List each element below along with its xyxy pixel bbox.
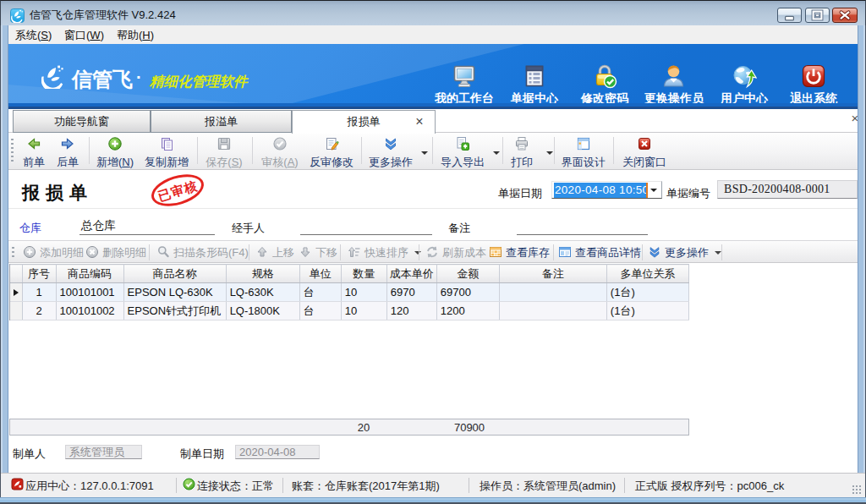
cell[interactable]: 10 [341, 283, 386, 302]
column-header-多单位关系[interactable]: 多单位关系 [606, 265, 688, 283]
menu-bar: 系统(S)窗口(W)帮助(H) [1, 25, 865, 44]
exit-system-icon [801, 63, 826, 89]
remark-label: 备注 [448, 221, 470, 236]
column-header-单位[interactable]: 单位 [299, 265, 341, 283]
maximize-button[interactable] [805, 8, 830, 23]
cell[interactable]: 1 [22, 283, 56, 302]
detail-more-actions[interactable]: 更多操作 [648, 242, 721, 262]
toolbar-grip[interactable] [11, 138, 14, 164]
toolbar-print[interactable]: 打印 [500, 135, 544, 167]
column-header-商品名称[interactable]: 商品名称 [123, 265, 226, 283]
toolbar-next-doc[interactable]: 后单 [55, 135, 80, 167]
cell[interactable]: EPSON针式打印机 [123, 302, 226, 320]
cell[interactable] [499, 302, 606, 320]
detail-toolbar-label: 上移 [272, 246, 294, 259]
dropdown-arrow-icon[interactable] [493, 151, 500, 155]
toolbar-label: 界面设计 [556, 155, 611, 170]
column-header-序号[interactable]: 序号 [22, 265, 56, 283]
cell[interactable]: LQ-1800K [226, 302, 299, 320]
banner-action-label: 单据中心 [499, 92, 570, 104]
toolbar-copy-new[interactable]: 复制新增 [139, 135, 195, 167]
document-title: 报损单 [22, 181, 93, 205]
toolbar-close-window[interactable]: 关闭窗口 [617, 135, 672, 167]
row-selector[interactable] [10, 302, 22, 320]
table-row[interactable]: 1100101001EPSON LQ-630KLQ-630K台106970697… [10, 283, 689, 302]
handler-underline [300, 234, 432, 235]
banner-action-workstation[interactable]: 我的工作台 [429, 63, 500, 107]
detail-move-up[interactable]: 上移 [255, 242, 294, 262]
resize-grip[interactable] [852, 485, 862, 495]
cell[interactable]: 台 [299, 283, 341, 302]
cell[interactable] [499, 283, 606, 302]
move-up-icon [255, 245, 269, 259]
column-header-金额[interactable]: 金额 [436, 265, 499, 283]
cell[interactable]: 100101002 [56, 302, 123, 320]
tab-报溢单[interactable]: 报溢单 [151, 110, 292, 133]
cell[interactable]: 69700 [436, 283, 499, 302]
warehouse-label: 仓库 [19, 221, 41, 236]
more-actions-icon [648, 245, 661, 259]
add-detail-icon [23, 245, 36, 259]
cell[interactable]: 2 [22, 302, 56, 320]
dropdown-arrow-icon[interactable] [715, 251, 721, 255]
detail-move-down[interactable]: 下移 [299, 242, 337, 262]
text-caret [646, 183, 648, 198]
print-icon [514, 136, 529, 151]
minimize-button[interactable] [777, 8, 802, 23]
table-row[interactable]: 2100101002EPSON针式打印机LQ-1800K台101201200(1… [10, 302, 689, 320]
menu-item-0[interactable]: 系统(S) [8, 25, 59, 44]
tab-报损单[interactable]: 报损单× [292, 110, 436, 134]
column-header-备注[interactable]: 备注 [499, 265, 606, 283]
banner-action-document-center[interactable]: 单据中心 [499, 63, 570, 107]
column-header-数量[interactable]: 数量 [341, 265, 386, 283]
dropdown-arrow-icon[interactable] [546, 151, 553, 155]
warehouse-value[interactable]: 总仓库 [81, 218, 116, 233]
toolbar-ui-design[interactable]: 界面设计 [556, 135, 611, 167]
toolbar-more-actions[interactable]: 更多操作 [363, 135, 419, 167]
detail-quick-sort[interactable]: 快速排序 [348, 242, 421, 262]
close-button[interactable] [832, 8, 858, 23]
toolbar-import-export[interactable]: 导入导出 [435, 135, 491, 167]
cell[interactable]: EPSON LQ-630K [123, 283, 226, 302]
detail-add-detail[interactable]: 添加明细 [23, 242, 84, 262]
cell[interactable]: (1台) [606, 302, 688, 320]
cell[interactable]: LQ-630K [226, 283, 299, 302]
doc-date-combo[interactable]: 2020-04-08 10:50 [551, 181, 662, 199]
detail-view-product[interactable]: 查看商品详情 [558, 242, 641, 262]
cell[interactable]: (1台) [606, 283, 688, 302]
doc-date-dropdown-icon[interactable] [648, 183, 660, 198]
column-header-商品编码[interactable]: 商品编码 [56, 265, 123, 283]
column-header-成本单价[interactable]: 成本单价 [386, 265, 436, 283]
cell[interactable]: 6970 [386, 283, 436, 302]
brand-logo-icon [41, 64, 64, 89]
dropdown-arrow-icon[interactable] [421, 151, 428, 155]
menu-item-1[interactable]: 窗口(W) [57, 25, 112, 44]
window-frame-right [858, 25, 866, 497]
cell[interactable]: 台 [299, 302, 341, 320]
detail-delete-detail[interactable]: 删除明细 [85, 242, 146, 262]
toolbar-prev-doc[interactable]: 前单 [21, 135, 47, 167]
banner: 信管飞 · 精细化管理软件 我的工作台单据中心修改密码更换操作员用户中心退出系统 [8, 44, 858, 107]
refresh-cost-icon [425, 245, 439, 259]
detail-refresh-cost[interactable]: 刷新成本 [425, 242, 486, 262]
banner-action-change-password[interactable]: 修改密码 [569, 63, 640, 107]
row-selector[interactable] [10, 283, 22, 302]
banner-action-exit-system[interactable]: 退出系统 [778, 63, 849, 107]
tab-功能导航窗[interactable]: 功能导航窗 [13, 110, 151, 133]
toolbar-unaudit[interactable]: 反审修改 [304, 135, 359, 167]
toolbar-label: 打印 [500, 155, 544, 170]
detail-view-stock[interactable]: 查看库存 [489, 242, 550, 262]
dropdown-arrow-icon[interactable] [414, 251, 421, 255]
tab-close-icon[interactable]: × [413, 115, 426, 129]
menu-item-2[interactable]: 帮助(H) [109, 25, 162, 44]
detail-barcode-scan[interactable]: 扫描条形码(F4) [156, 242, 249, 262]
cell[interactable]: 1200 [436, 302, 499, 320]
cell[interactable]: 100101001 [56, 283, 123, 302]
cell[interactable]: 10 [341, 302, 386, 320]
column-header-规格[interactable]: 规格 [226, 265, 299, 283]
banner-action-user-center[interactable]: 用户中心 [709, 63, 780, 107]
cell[interactable]: 120 [386, 302, 436, 320]
tab-label: 报损单 [348, 115, 381, 128]
banner-action-switch-operator[interactable]: 更换操作员 [639, 63, 710, 107]
detail-toolbar-grip[interactable] [12, 246, 14, 257]
